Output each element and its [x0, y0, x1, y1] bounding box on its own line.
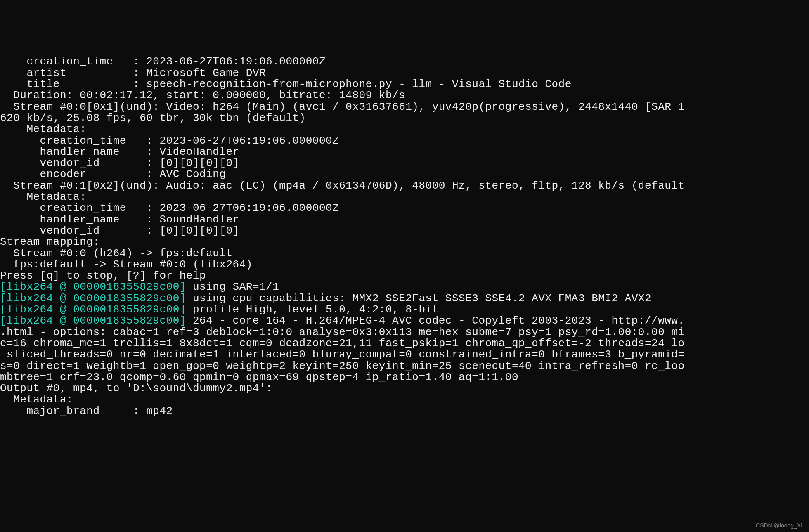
output-line: Stream #0:0[0x1](und): Video: h264 (Main…: [0, 101, 685, 113]
output-line: mbtree=1 crf=23.0 qcomp=0.60 qpmin=0 qpm…: [0, 371, 518, 383]
libx264-prefix: [libx264 @ 0000018355829c00]: [0, 303, 186, 316]
output-line: Press [q] to stop, [?] for help: [0, 270, 206, 282]
output-line: title : speech-recognition-from-micropho…: [0, 78, 572, 90]
output-line: handler_name : SoundHandler: [0, 213, 239, 226]
output-line: fps:default -> Stream #0:0 (libx264): [0, 258, 253, 271]
output-line: Stream mapping:: [0, 236, 100, 248]
output-line: encoder : AVC Coding: [0, 168, 226, 180]
output-line: creation_time : 2023-06-27T06:19:06.0000…: [0, 55, 326, 68]
output-line: 620 kb/s, 25.08 fps, 60 tbr, 30k tbn (de…: [0, 112, 306, 124]
libx264-msg: using cpu capabilities: MMX2 SSE2Fast SS…: [186, 292, 651, 305]
output-line: Stream #0:1[0x2](und): Audio: aac (LC) (…: [0, 180, 685, 192]
output-line: Metadata:: [0, 191, 86, 203]
libx264-msg: profile High, level 5.0, 4:2:0, 8-bit: [186, 303, 439, 316]
output-line: creation_time : 2023-06-27T06:19:06.0000…: [0, 202, 339, 214]
output-line: s=0 direct=1 weightb=1 open_gop=0 weight…: [0, 360, 685, 372]
output-line: sliced_threads=0 nr=0 decimate=1 interla…: [0, 348, 685, 361]
output-line: Stream #0:0 (h264) -> fps:default: [0, 247, 233, 260]
output-line: Metadata:: [0, 393, 73, 406]
terminal-output[interactable]: creation_time : 2023-06-27T06:19:06.0000…: [0, 45, 809, 417]
libx264-msg: using SAR=1/1: [186, 281, 279, 293]
output-line: Metadata:: [0, 123, 86, 135]
output-line: creation_time : 2023-06-27T06:19:06.0000…: [0, 135, 339, 147]
output-line: vendor_id : [0][0][0][0]: [0, 225, 239, 237]
libx264-prefix: [libx264 @ 0000018355829c00]: [0, 314, 186, 327]
watermark-text: CSDN @loong_XL: [756, 523, 804, 529]
output-line: Duration: 00:02:17.12, start: 0.000000, …: [0, 89, 405, 102]
libx264-msg: 264 - core 164 - H.264/MPEG-4 AVC codec …: [186, 314, 685, 327]
output-line: .html - options: cabac=1 ref=3 deblock=1…: [0, 326, 685, 338]
output-line: vendor_id : [0][0][0][0]: [0, 157, 239, 169]
output-line: major_brand : mp42: [0, 405, 173, 417]
output-line: artist : Microsoft Game DVR: [0, 67, 266, 79]
libx264-prefix: [libx264 @ 0000018355829c00]: [0, 281, 186, 293]
output-line: Output #0, mp4, to 'D:\sound\dummy2.mp4'…: [0, 382, 272, 395]
libx264-prefix: [libx264 @ 0000018355829c00]: [0, 292, 186, 305]
output-line: e=16 chroma_me=1 trellis=1 8x8dct=1 cqm=…: [0, 337, 685, 350]
output-line: handler_name : VideoHandler: [0, 146, 239, 158]
